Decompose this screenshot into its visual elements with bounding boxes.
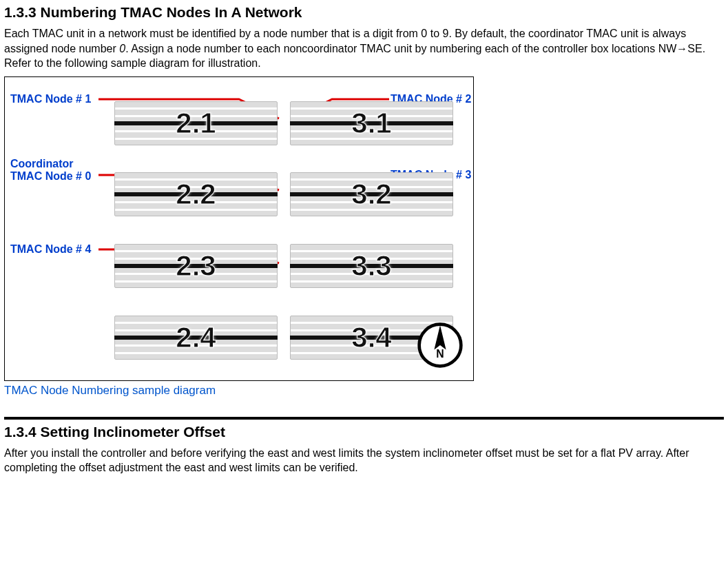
section-divider [4,417,724,420]
panel-3-1: 3.1 [287,96,456,151]
para1-arrow: → [676,43,687,54]
panel-2-4: 2.4 [112,310,280,365]
diagram-caption: TMAC Node Numbering sample diagram [4,384,724,398]
label-node4: TMAC Node # 4 [10,243,91,256]
label-node1: TMAC Node # 1 [10,92,91,105]
panel-2-1: 2.1 [112,96,280,151]
label-coord-line2: TMAC Node # 0 [10,169,91,183]
section-1-paragraph: Each TMAC unit in a network must be iden… [4,26,724,71]
panel-2-3: 2.3 [112,238,280,294]
para1-italic-zero: 0 [119,43,125,54]
node-numbering-diagram: TMAC Node # 1 TMAC Node # 2 Coordinator … [4,76,474,381]
svg-text:N: N [436,348,444,360]
section-2-paragraph: After you install the controller and bef… [4,446,724,475]
section-2-heading: 1.3.4 Setting Inclinometer Offset [4,424,724,440]
panel-grid: 2.1 3.1 2.2 3.2 2.3 3.3 [112,88,456,373]
para1-part2: . Assign a node number to each noncoordi… [125,43,676,54]
compass-icon: N [417,322,463,368]
panel-3-2: 3.2 [287,167,456,222]
section-1-heading: 1.3.3 Numbering TMAC Nodes In A Network [4,4,724,21]
panel-2-2: 2.2 [112,167,280,222]
label-coord-line1: Coordinator [10,157,74,170]
panel-3-3: 3.3 [287,238,456,294]
